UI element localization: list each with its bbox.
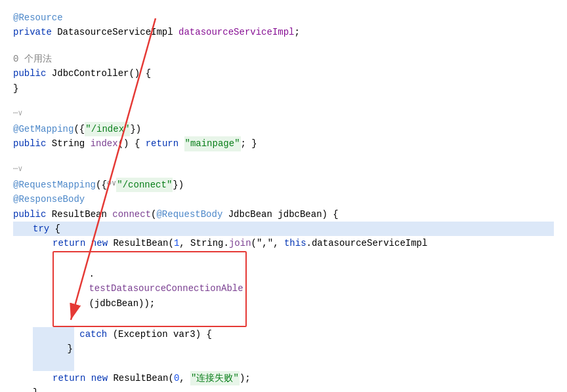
code-line: public JdbcController () { bbox=[13, 66, 554, 81]
code-line-try: try { bbox=[13, 222, 554, 236]
code-line: ⋯∨ bbox=[13, 108, 554, 122]
gutter-icon: ⋯∨ bbox=[13, 108, 22, 120]
code-line: public String index () { return "mainpag… bbox=[13, 136, 554, 151]
code-line-empty bbox=[13, 40, 554, 52]
code-editor: @Resource private DatasourceServiceImpl … bbox=[0, 0, 567, 392]
code-line: private DatasourceServiceImpl datasource… bbox=[13, 25, 554, 39]
catch-brace-highlight: } bbox=[33, 327, 74, 371]
code-line: 0 个用法 bbox=[13, 52, 554, 66]
code-line-boxed: . testDatasourceConnectionAble (jdbcBean… bbox=[13, 251, 554, 327]
code-line-catch: } catch ( Exception var3) { bbox=[13, 327, 554, 371]
highlight-box: . testDatasourceConnectionAble (jdbcBean… bbox=[52, 251, 247, 327]
code-line: public ResultBean connect ( @RequestBody… bbox=[13, 207, 554, 222]
code-line: @ResponseBody bbox=[13, 192, 554, 206]
code-line-empty bbox=[13, 151, 554, 163]
gutter-icon: ⋯∨ bbox=[13, 163, 22, 176]
code-line: @GetMapping ({ "/index" }) bbox=[13, 122, 554, 136]
code-line: return new ResultBean ( 1 , String . joi… bbox=[13, 236, 554, 250]
code-line-empty bbox=[13, 96, 554, 108]
code-line: return new ResultBean ( 0 , "连接失败" ); bbox=[13, 371, 554, 385]
code-line: ⋯∨ bbox=[13, 163, 554, 178]
code-line: @Resource bbox=[13, 10, 554, 25]
code-line: } bbox=[13, 385, 554, 392]
code-line: @RequestMapping ({ ⊕∨ "/connect" }) bbox=[13, 178, 554, 192]
code-line: } bbox=[13, 81, 554, 96]
